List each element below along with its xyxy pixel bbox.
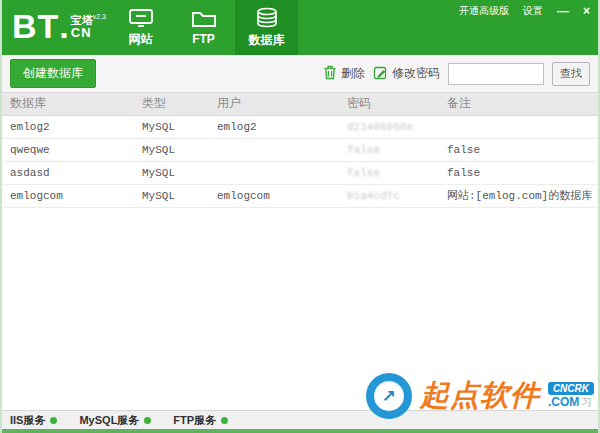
watermark-site: CNCRK .COM习 xyxy=(548,382,594,409)
watermark-domain: .COM习 xyxy=(548,396,592,409)
edit-icon xyxy=(373,65,388,83)
column-header-user: 用户 xyxy=(209,93,339,115)
cell-user xyxy=(209,161,339,184)
cell-note: false xyxy=(439,161,598,184)
change-password-button[interactable]: 修改密码 xyxy=(373,65,440,83)
iis-service-label: IIS服务 xyxy=(10,413,45,428)
app-window: BT. 宝塔v2.3 CN 网站 xyxy=(0,0,600,433)
table-row[interactable]: emlogcom MySQL emlogcom b1a4cdTc 网站:[eml… xyxy=(2,184,598,207)
swirl-arrow-icon: ↗ xyxy=(366,373,412,419)
logo-cn-text: CN xyxy=(71,26,106,40)
column-header-type: 类型 xyxy=(134,93,209,115)
cell-user xyxy=(209,138,339,161)
tab-ftp-label: FTP xyxy=(192,32,215,46)
cncrk-watermark: ↗ 起点软件 CNCRK .COM习 xyxy=(366,373,594,419)
table-row[interactable]: asdasd MySQL false false xyxy=(2,161,598,184)
titlebar-actions: 开通高级版 设置 — × xyxy=(459,4,590,18)
app-logo: BT. 宝塔v2.3 CN xyxy=(12,7,106,45)
search-button[interactable]: 查找 xyxy=(552,62,590,86)
ftp-service-label: FTP服务 xyxy=(173,413,216,428)
database-icon xyxy=(255,7,279,29)
cell-password: b1a4cdTc xyxy=(339,184,439,207)
cell-type: MySQL xyxy=(134,115,209,138)
minimize-button[interactable]: — xyxy=(557,5,569,17)
search-input[interactable] xyxy=(448,63,544,85)
toolbar: 创建数据库 删除 xyxy=(2,55,598,93)
status-dot-icon xyxy=(221,417,228,424)
monitor-icon xyxy=(128,8,154,28)
table-row[interactable]: emlog2 MySQL emlog2 d21406958e xyxy=(2,115,598,138)
watermark-badge: CNCRK xyxy=(548,382,594,395)
cell-type: MySQL xyxy=(134,184,209,207)
cell-password: d21406958e xyxy=(339,115,439,138)
status-dot-icon xyxy=(50,417,57,424)
cell-note: 网站:[emlog.com]的数据库 xyxy=(439,184,598,207)
cell-note xyxy=(439,115,598,138)
ftp-service-status: FTP服务 xyxy=(173,413,228,428)
cell-database: emlog2 xyxy=(2,115,134,138)
cell-password: false xyxy=(339,161,439,184)
column-header-note: 备注 xyxy=(439,93,598,115)
logo-bt-text: BT xyxy=(12,7,59,45)
main-nav-tabs: 网站 FTP 数据库 xyxy=(109,0,298,55)
delete-button[interactable]: 删除 xyxy=(323,65,365,83)
cell-note: false xyxy=(439,138,598,161)
logo-dot: . xyxy=(59,7,68,45)
cell-password: false xyxy=(339,138,439,161)
logo-subtext: 宝塔v2.3 CN xyxy=(71,11,106,40)
tab-website-label: 网站 xyxy=(129,31,153,48)
create-database-button[interactable]: 创建数据库 xyxy=(10,59,96,88)
settings-link[interactable]: 设置 xyxy=(523,4,543,18)
column-header-password: 密码 xyxy=(339,93,439,115)
watermark-title: 起点软件 xyxy=(420,376,540,416)
tab-database[interactable]: 数据库 xyxy=(235,0,298,55)
folder-icon xyxy=(191,9,217,29)
database-table: 数据库 类型 用户 密码 备注 emlog2 MySQL emlog2 d214… xyxy=(2,93,598,208)
table-row[interactable]: qweqwe MySQL false false xyxy=(2,138,598,161)
mysql-service-status: MySQL服务 xyxy=(79,413,151,428)
cell-user: emlogcom xyxy=(209,184,339,207)
trash-icon xyxy=(323,65,337,83)
upgrade-premium-link[interactable]: 开通高级版 xyxy=(459,4,509,18)
app-header: BT. 宝塔v2.3 CN 网站 xyxy=(2,0,598,55)
delete-button-label: 删除 xyxy=(341,65,365,82)
logo-version: v2.3 xyxy=(93,13,106,20)
toolbar-right-group: 删除 修改密码 查找 xyxy=(323,62,590,86)
change-password-label: 修改密码 xyxy=(392,65,440,82)
column-header-database: 数据库 xyxy=(2,93,134,115)
cell-type: MySQL xyxy=(134,161,209,184)
status-dot-icon xyxy=(144,417,151,424)
watermark-suffix: 习 xyxy=(581,396,592,408)
tab-website[interactable]: 网站 xyxy=(109,0,172,55)
cell-database: qweqwe xyxy=(2,138,134,161)
close-button[interactable]: × xyxy=(583,5,590,17)
bottom-green-strip xyxy=(2,429,598,433)
cell-database: emlogcom xyxy=(2,184,134,207)
cell-database: asdasd xyxy=(2,161,134,184)
cell-type: MySQL xyxy=(134,138,209,161)
logo-brand-name: 宝塔v2.3 xyxy=(71,11,106,26)
iis-service-status: IIS服务 xyxy=(10,413,57,428)
tab-ftp[interactable]: FTP xyxy=(172,0,235,55)
tab-database-label: 数据库 xyxy=(249,32,285,49)
table-header-row: 数据库 类型 用户 密码 备注 xyxy=(2,93,598,115)
cell-user: emlog2 xyxy=(209,115,339,138)
mysql-service-label: MySQL服务 xyxy=(79,413,139,428)
